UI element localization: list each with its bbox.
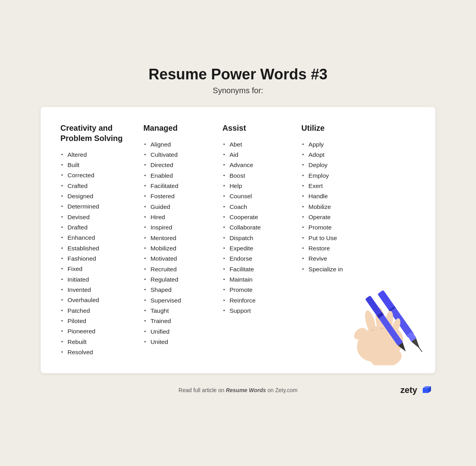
footer-link-text: Resume Words [226,387,266,393]
list-item: Fixed [60,264,139,274]
svg-marker-17 [423,388,428,393]
list-item: Employ [302,171,420,181]
content-card: Creativity andProblem Solving Altered Bu… [41,107,435,374]
list-item: Support [222,306,297,316]
list-item: Drafted [60,222,139,233]
list-creativity: Altered Built Corrected Crafted Designed… [60,150,139,358]
list-item: Coach [222,202,297,212]
list-item: Designed [60,191,139,201]
list-item: Specialize in [302,264,420,274]
list-item: Altered [60,150,139,160]
list-item: Cooperate [222,212,297,222]
list-item: Established [60,243,139,254]
list-item: Devised [60,212,139,222]
list-item: Dispatch [222,233,297,243]
list-item: Fostered [143,191,218,201]
list-item: Motivated [143,254,218,264]
list-item: Directed [143,160,218,170]
column-header-utilize: Utilize [302,123,420,133]
list-item: Advance [222,160,297,170]
page-title: Resume Power Words #3 [41,66,435,83]
list-item: Maintain [222,274,297,285]
list-item: Put to Use [302,233,420,243]
list-item: Hired [143,212,218,222]
list-item: Piloted [60,316,139,326]
list-managed: Aligned Cultivated Directed Enabled Faci… [143,139,218,348]
list-item: Expedite [222,243,297,254]
list-item: Operate [302,212,420,222]
hand-illustration [329,278,427,365]
list-item: Endorse [222,254,297,264]
list-item: Guided [143,202,218,212]
list-item: Regulated [143,274,218,285]
list-item: Initiated [60,274,139,285]
list-item: Patched [60,306,139,316]
list-item: Corrected [60,170,139,180]
zety-cube-icon [420,384,431,396]
list-item: Facilitated [143,181,218,191]
list-item: Cultivated [143,150,218,160]
list-utilize: Apply Adopt Deploy Employ Exert Handle M… [302,139,420,274]
list-item: Aligned [143,139,218,150]
svg-line-5 [419,348,422,352]
list-item: Facilitate [222,264,297,274]
zety-logo: zety [400,384,431,396]
list-item: Crafted [60,181,139,191]
list-item: United [143,337,218,347]
subtitle: Synonyms for: [41,86,435,95]
list-item: Promote [222,285,297,295]
list-item: Revive [302,254,420,264]
list-item: Mobilized [143,243,218,254]
zety-wordmark: zety [400,385,417,395]
list-item: Built [60,160,139,170]
column-utilize: Utilize Apply Adopt Deploy Employ Exert … [298,123,420,358]
list-item: Abet [222,139,297,150]
column-header-managed: Managed [143,123,218,133]
column-creativity: Creativity andProblem Solving Altered Bu… [60,123,139,358]
list-item: Recruited [143,264,218,274]
list-item: Enhanced [60,233,139,243]
list-item: Reinforce [222,295,297,306]
column-managed: Managed Aligned Cultivated Directed Enab… [139,123,218,358]
list-item: Deploy [302,160,420,170]
list-item: Fashioned [60,254,139,264]
footer-text: Read full article on Resume Words on Zet… [174,387,303,393]
list-item: Overhauled [60,295,139,305]
list-item: Mentored [143,233,218,243]
list-item: Collaborate [222,222,297,233]
list-item: Supervised [143,295,218,306]
list-item: Handle [302,191,420,201]
hand-pen-svg [329,278,427,365]
list-item: Boost [222,171,297,181]
list-item: Mobilize [302,202,420,212]
page-container: Resume Power Words #3 Synonyms for: Crea… [29,54,447,412]
list-item: Pioneered [60,326,139,336]
column-assist: Assist Abet Aid Advance Boost Help Couns… [218,123,297,358]
list-assist: Abet Aid Advance Boost Help Counsel Coac… [222,139,297,316]
list-item: Determined [60,201,139,212]
column-header-creativity: Creativity andProblem Solving [60,123,139,143]
list-item: Help [222,181,297,191]
list-item: Apply [302,139,420,150]
list-item: Resolved [60,347,139,357]
list-item: Restore [302,243,420,254]
list-item: Invented [60,285,139,295]
list-item: Enabled [143,171,218,181]
list-item: Taught [143,306,218,316]
list-item: Exert [302,181,420,191]
list-item: Rebuilt [60,337,139,347]
footer: Read full article on Resume Words on Zet… [41,384,435,396]
list-item: Counsel [222,191,297,201]
column-header-assist: Assist [222,123,297,133]
list-item: Aid [222,150,297,160]
list-item: Promote [302,222,420,233]
list-item: Unified [143,327,218,337]
list-item: Adopt [302,150,420,160]
list-item: Trained [143,316,218,326]
list-item: Inspired [143,222,218,233]
columns-layout: Creativity andProblem Solving Altered Bu… [60,123,420,358]
list-item: Shaped [143,285,218,295]
